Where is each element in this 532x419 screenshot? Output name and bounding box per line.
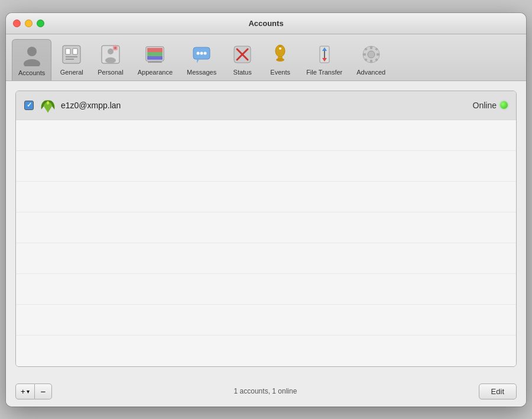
svg-rect-14 bbox=[147, 48, 163, 52]
svg-rect-3 bbox=[66, 49, 70, 54]
svg-point-0 bbox=[27, 47, 37, 56]
tab-messages[interactable]: Messages bbox=[181, 39, 222, 80]
svg-point-9 bbox=[105, 57, 116, 63]
tab-accounts-label: Accounts bbox=[18, 69, 45, 76]
svg-point-30 bbox=[279, 47, 281, 50]
table-row bbox=[16, 305, 516, 336]
table-row bbox=[16, 151, 516, 182]
tab-advanced[interactable]: Advanced bbox=[351, 39, 391, 80]
account-logo-icon bbox=[40, 97, 56, 114]
edit-button[interactable]: Edit bbox=[479, 383, 517, 399]
traffic-lights bbox=[13, 20, 44, 27]
tab-status-label: Status bbox=[233, 69, 252, 76]
status-text: Online bbox=[473, 101, 497, 110]
svg-point-29 bbox=[276, 58, 284, 62]
tab-events[interactable]: Events bbox=[262, 39, 298, 80]
svg-point-37 bbox=[368, 51, 375, 58]
file-transfer-icon bbox=[313, 43, 336, 66]
general-icon bbox=[60, 43, 83, 66]
content-area: ✓ e1z0@xmpp.lan Online bbox=[6, 81, 526, 376]
remove-account-button[interactable]: − bbox=[35, 383, 53, 399]
tab-advanced-label: Advanced bbox=[356, 69, 385, 76]
tab-general-label: General bbox=[60, 69, 83, 76]
svg-rect-31 bbox=[279, 45, 281, 47]
tab-personal[interactable]: Personal bbox=[92, 39, 129, 80]
window-title: Accounts bbox=[248, 19, 283, 28]
tab-appearance[interactable]: Appearance bbox=[132, 39, 179, 80]
tab-accounts[interactable]: Accounts bbox=[12, 39, 51, 80]
account-checkbox[interactable]: ✓ bbox=[24, 101, 34, 110]
svg-rect-40 bbox=[363, 53, 366, 56]
account-name: e1z0@xmpp.lan bbox=[61, 101, 473, 110]
table-row bbox=[16, 212, 516, 243]
advanced-icon bbox=[359, 43, 383, 66]
svg-point-11 bbox=[114, 47, 116, 49]
toolbar: Accounts General bbox=[6, 34, 526, 81]
footer: + ▾ − 1 accounts, 1 online Edit bbox=[6, 376, 526, 407]
table-row bbox=[16, 120, 516, 151]
svg-rect-38 bbox=[370, 46, 372, 49]
events-icon bbox=[268, 43, 292, 66]
titlebar: Accounts bbox=[6, 13, 526, 34]
add-account-button[interactable]: + ▾ bbox=[15, 383, 35, 399]
account-status: Online bbox=[473, 101, 508, 110]
plus-icon: + bbox=[21, 387, 25, 396]
table-row bbox=[16, 336, 516, 366]
messages-icon bbox=[190, 43, 213, 66]
tab-file-transfer-label: File Transfer bbox=[306, 69, 342, 76]
personal-icon bbox=[99, 43, 122, 66]
tab-personal-label: Personal bbox=[98, 69, 123, 76]
dropdown-arrow-icon: ▾ bbox=[27, 388, 30, 395]
accounts-status-text: 1 accounts, 1 online bbox=[52, 387, 478, 395]
edit-label: Edit bbox=[491, 387, 504, 396]
svg-rect-41 bbox=[377, 53, 379, 56]
svg-rect-2 bbox=[63, 46, 80, 63]
svg-rect-18 bbox=[148, 62, 162, 63]
maximize-button[interactable] bbox=[37, 20, 44, 27]
table-row[interactable]: ✓ e1z0@xmpp.lan Online bbox=[16, 91, 516, 120]
svg-point-21 bbox=[197, 51, 200, 54]
svg-point-46 bbox=[47, 101, 49, 105]
svg-rect-16 bbox=[147, 56, 163, 60]
minus-icon: − bbox=[41, 386, 46, 397]
tab-messages-label: Messages bbox=[187, 69, 216, 76]
status-icon bbox=[231, 43, 254, 66]
tab-events-label: Events bbox=[270, 69, 290, 76]
status-summary: 1 accounts, 1 online bbox=[234, 387, 297, 395]
minimize-button[interactable] bbox=[25, 20, 33, 27]
tab-appearance-label: Appearance bbox=[138, 69, 173, 76]
svg-point-1 bbox=[24, 59, 40, 66]
tab-status[interactable]: Status bbox=[225, 39, 260, 80]
table-row bbox=[16, 182, 516, 212]
close-button[interactable] bbox=[13, 20, 21, 27]
svg-point-8 bbox=[108, 49, 113, 54]
svg-point-23 bbox=[204, 51, 207, 54]
tab-general[interactable]: General bbox=[54, 39, 89, 80]
accounts-icon bbox=[20, 43, 44, 67]
main-window: Accounts Accounts Ge bbox=[6, 13, 526, 407]
status-online-dot bbox=[500, 101, 508, 109]
appearance-icon bbox=[143, 43, 167, 66]
svg-rect-4 bbox=[73, 49, 77, 54]
add-remove-group: + ▾ − bbox=[15, 383, 52, 399]
svg-rect-39 bbox=[370, 60, 372, 63]
table-row bbox=[16, 274, 516, 305]
table-row bbox=[16, 243, 516, 274]
svg-point-22 bbox=[200, 51, 203, 54]
tab-file-transfer[interactable]: File Transfer bbox=[300, 39, 348, 80]
checkmark-icon: ✓ bbox=[27, 102, 32, 108]
svg-marker-20 bbox=[197, 59, 199, 63]
svg-rect-15 bbox=[147, 52, 163, 56]
account-list: ✓ e1z0@xmpp.lan Online bbox=[15, 91, 517, 367]
